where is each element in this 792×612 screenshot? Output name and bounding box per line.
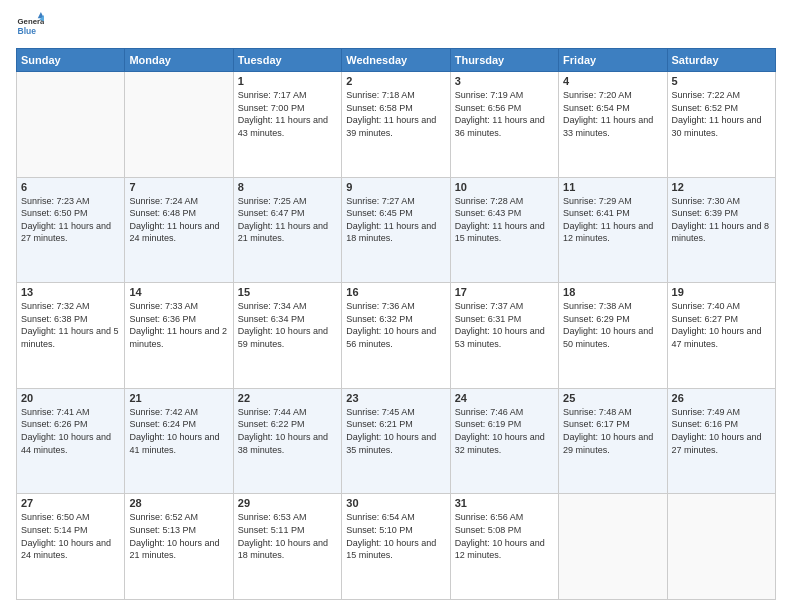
day-content: Sunrise: 7:36 AM Sunset: 6:32 PM Dayligh…	[346, 300, 445, 350]
calendar-table: SundayMondayTuesdayWednesdayThursdayFrid…	[16, 48, 776, 600]
calendar-day-header: Monday	[125, 49, 233, 72]
calendar-week-row: 27Sunrise: 6:50 AM Sunset: 5:14 PM Dayli…	[17, 494, 776, 600]
calendar-week-row: 20Sunrise: 7:41 AM Sunset: 6:26 PM Dayli…	[17, 388, 776, 494]
day-content: Sunrise: 7:41 AM Sunset: 6:26 PM Dayligh…	[21, 406, 120, 456]
calendar-week-row: 1Sunrise: 7:17 AM Sunset: 7:00 PM Daylig…	[17, 72, 776, 178]
calendar-day-header: Sunday	[17, 49, 125, 72]
day-number: 21	[129, 392, 228, 404]
day-content: Sunrise: 7:27 AM Sunset: 6:45 PM Dayligh…	[346, 195, 445, 245]
calendar-cell: 3Sunrise: 7:19 AM Sunset: 6:56 PM Daylig…	[450, 72, 558, 178]
calendar-cell: 21Sunrise: 7:42 AM Sunset: 6:24 PM Dayli…	[125, 388, 233, 494]
calendar-cell: 16Sunrise: 7:36 AM Sunset: 6:32 PM Dayli…	[342, 283, 450, 389]
day-number: 9	[346, 181, 445, 193]
day-number: 14	[129, 286, 228, 298]
page-header: General Blue	[16, 12, 776, 40]
day-number: 12	[672, 181, 771, 193]
day-content: Sunrise: 7:34 AM Sunset: 6:34 PM Dayligh…	[238, 300, 337, 350]
day-number: 4	[563, 75, 662, 87]
calendar-cell	[559, 494, 667, 600]
day-content: Sunrise: 7:37 AM Sunset: 6:31 PM Dayligh…	[455, 300, 554, 350]
calendar-cell: 31Sunrise: 6:56 AM Sunset: 5:08 PM Dayli…	[450, 494, 558, 600]
calendar-cell: 18Sunrise: 7:38 AM Sunset: 6:29 PM Dayli…	[559, 283, 667, 389]
day-number: 29	[238, 497, 337, 509]
day-content: Sunrise: 7:46 AM Sunset: 6:19 PM Dayligh…	[455, 406, 554, 456]
calendar-cell: 12Sunrise: 7:30 AM Sunset: 6:39 PM Dayli…	[667, 177, 775, 283]
day-number: 7	[129, 181, 228, 193]
calendar-week-row: 13Sunrise: 7:32 AM Sunset: 6:38 PM Dayli…	[17, 283, 776, 389]
calendar-cell: 26Sunrise: 7:49 AM Sunset: 6:16 PM Dayli…	[667, 388, 775, 494]
calendar-week-row: 6Sunrise: 7:23 AM Sunset: 6:50 PM Daylig…	[17, 177, 776, 283]
day-content: Sunrise: 7:22 AM Sunset: 6:52 PM Dayligh…	[672, 89, 771, 139]
calendar-day-header: Tuesday	[233, 49, 341, 72]
day-content: Sunrise: 7:44 AM Sunset: 6:22 PM Dayligh…	[238, 406, 337, 456]
logo-icon: General Blue	[16, 12, 44, 40]
day-number: 28	[129, 497, 228, 509]
calendar-cell: 6Sunrise: 7:23 AM Sunset: 6:50 PM Daylig…	[17, 177, 125, 283]
calendar-cell: 10Sunrise: 7:28 AM Sunset: 6:43 PM Dayli…	[450, 177, 558, 283]
day-content: Sunrise: 6:54 AM Sunset: 5:10 PM Dayligh…	[346, 511, 445, 561]
calendar-cell: 27Sunrise: 6:50 AM Sunset: 5:14 PM Dayli…	[17, 494, 125, 600]
calendar-cell: 7Sunrise: 7:24 AM Sunset: 6:48 PM Daylig…	[125, 177, 233, 283]
calendar-cell: 13Sunrise: 7:32 AM Sunset: 6:38 PM Dayli…	[17, 283, 125, 389]
day-number: 2	[346, 75, 445, 87]
day-number: 18	[563, 286, 662, 298]
day-number: 3	[455, 75, 554, 87]
day-content: Sunrise: 7:38 AM Sunset: 6:29 PM Dayligh…	[563, 300, 662, 350]
calendar-cell: 25Sunrise: 7:48 AM Sunset: 6:17 PM Dayli…	[559, 388, 667, 494]
day-content: Sunrise: 7:17 AM Sunset: 7:00 PM Dayligh…	[238, 89, 337, 139]
day-content: Sunrise: 7:30 AM Sunset: 6:39 PM Dayligh…	[672, 195, 771, 245]
day-number: 1	[238, 75, 337, 87]
day-content: Sunrise: 7:45 AM Sunset: 6:21 PM Dayligh…	[346, 406, 445, 456]
day-number: 17	[455, 286, 554, 298]
day-content: Sunrise: 7:23 AM Sunset: 6:50 PM Dayligh…	[21, 195, 120, 245]
day-content: Sunrise: 7:32 AM Sunset: 6:38 PM Dayligh…	[21, 300, 120, 350]
calendar-day-header: Thursday	[450, 49, 558, 72]
calendar-day-header: Wednesday	[342, 49, 450, 72]
calendar-cell	[17, 72, 125, 178]
calendar-cell: 30Sunrise: 6:54 AM Sunset: 5:10 PM Dayli…	[342, 494, 450, 600]
calendar-cell: 4Sunrise: 7:20 AM Sunset: 6:54 PM Daylig…	[559, 72, 667, 178]
day-content: Sunrise: 6:53 AM Sunset: 5:11 PM Dayligh…	[238, 511, 337, 561]
day-number: 6	[21, 181, 120, 193]
day-content: Sunrise: 7:19 AM Sunset: 6:56 PM Dayligh…	[455, 89, 554, 139]
day-content: Sunrise: 7:20 AM Sunset: 6:54 PM Dayligh…	[563, 89, 662, 139]
day-number: 10	[455, 181, 554, 193]
day-content: Sunrise: 7:29 AM Sunset: 6:41 PM Dayligh…	[563, 195, 662, 245]
calendar-cell: 9Sunrise: 7:27 AM Sunset: 6:45 PM Daylig…	[342, 177, 450, 283]
calendar-cell: 19Sunrise: 7:40 AM Sunset: 6:27 PM Dayli…	[667, 283, 775, 389]
calendar-cell: 20Sunrise: 7:41 AM Sunset: 6:26 PM Dayli…	[17, 388, 125, 494]
calendar-cell: 11Sunrise: 7:29 AM Sunset: 6:41 PM Dayli…	[559, 177, 667, 283]
calendar-cell: 2Sunrise: 7:18 AM Sunset: 6:58 PM Daylig…	[342, 72, 450, 178]
day-number: 5	[672, 75, 771, 87]
calendar-day-header: Saturday	[667, 49, 775, 72]
day-number: 22	[238, 392, 337, 404]
day-number: 11	[563, 181, 662, 193]
calendar-cell: 14Sunrise: 7:33 AM Sunset: 6:36 PM Dayli…	[125, 283, 233, 389]
day-content: Sunrise: 7:24 AM Sunset: 6:48 PM Dayligh…	[129, 195, 228, 245]
calendar-cell: 1Sunrise: 7:17 AM Sunset: 7:00 PM Daylig…	[233, 72, 341, 178]
calendar-cell: 17Sunrise: 7:37 AM Sunset: 6:31 PM Dayli…	[450, 283, 558, 389]
day-number: 16	[346, 286, 445, 298]
day-content: Sunrise: 7:42 AM Sunset: 6:24 PM Dayligh…	[129, 406, 228, 456]
calendar-header-row: SundayMondayTuesdayWednesdayThursdayFrid…	[17, 49, 776, 72]
day-content: Sunrise: 6:50 AM Sunset: 5:14 PM Dayligh…	[21, 511, 120, 561]
calendar-cell: 22Sunrise: 7:44 AM Sunset: 6:22 PM Dayli…	[233, 388, 341, 494]
day-number: 30	[346, 497, 445, 509]
day-content: Sunrise: 6:56 AM Sunset: 5:08 PM Dayligh…	[455, 511, 554, 561]
day-content: Sunrise: 7:18 AM Sunset: 6:58 PM Dayligh…	[346, 89, 445, 139]
calendar-cell: 15Sunrise: 7:34 AM Sunset: 6:34 PM Dayli…	[233, 283, 341, 389]
calendar-cell: 24Sunrise: 7:46 AM Sunset: 6:19 PM Dayli…	[450, 388, 558, 494]
calendar-cell: 5Sunrise: 7:22 AM Sunset: 6:52 PM Daylig…	[667, 72, 775, 178]
day-number: 27	[21, 497, 120, 509]
day-number: 31	[455, 497, 554, 509]
calendar-cell: 23Sunrise: 7:45 AM Sunset: 6:21 PM Dayli…	[342, 388, 450, 494]
calendar-day-header: Friday	[559, 49, 667, 72]
day-number: 24	[455, 392, 554, 404]
day-content: Sunrise: 7:40 AM Sunset: 6:27 PM Dayligh…	[672, 300, 771, 350]
day-content: Sunrise: 7:48 AM Sunset: 6:17 PM Dayligh…	[563, 406, 662, 456]
calendar-cell: 28Sunrise: 6:52 AM Sunset: 5:13 PM Dayli…	[125, 494, 233, 600]
day-content: Sunrise: 7:28 AM Sunset: 6:43 PM Dayligh…	[455, 195, 554, 245]
day-number: 15	[238, 286, 337, 298]
day-content: Sunrise: 6:52 AM Sunset: 5:13 PM Dayligh…	[129, 511, 228, 561]
day-content: Sunrise: 7:25 AM Sunset: 6:47 PM Dayligh…	[238, 195, 337, 245]
